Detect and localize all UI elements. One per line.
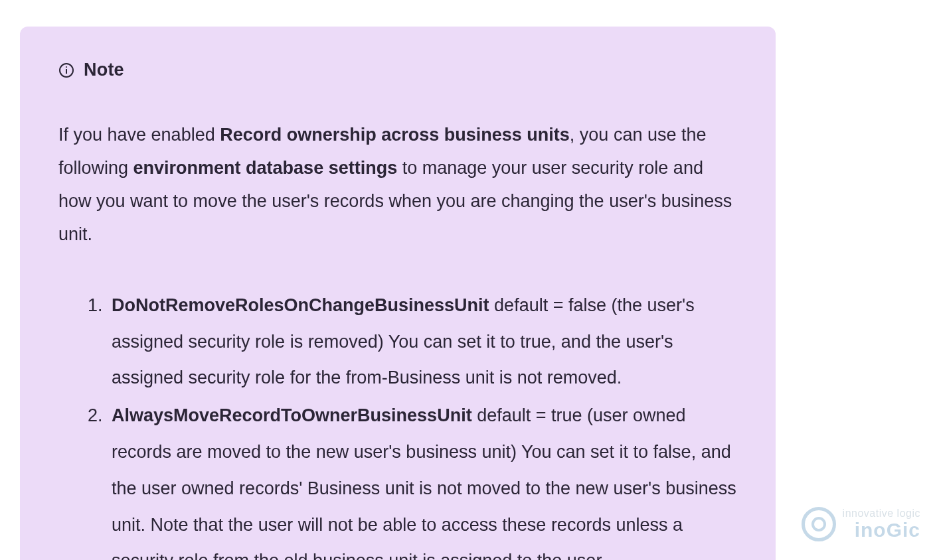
setting-description: default = true (user owned records are m… bbox=[112, 405, 736, 560]
note-title: Note bbox=[84, 60, 124, 80]
note-para-bold: environment database settings bbox=[133, 158, 398, 178]
watermark-tagline: innovative logic bbox=[843, 508, 920, 519]
setting-key: AlwaysMoveRecordToOwnerBusinessUnit bbox=[112, 405, 472, 425]
note-para-bold: Record ownership across business units bbox=[220, 125, 570, 145]
watermark-circle-icon bbox=[802, 507, 836, 541]
note-para-text: If you have enabled bbox=[58, 125, 220, 145]
list-item: DoNotRemoveRolesOnChangeBusinessUnit def… bbox=[88, 287, 737, 396]
list-item: AlwaysMoveRecordToOwnerBusinessUnit defa… bbox=[88, 397, 737, 560]
info-circle-icon bbox=[58, 62, 74, 78]
note-header: Note bbox=[58, 60, 737, 80]
note-callout: Note If you have enabled Record ownershi… bbox=[20, 27, 776, 560]
setting-key: DoNotRemoveRolesOnChangeBusinessUnit bbox=[112, 295, 489, 315]
note-intro-paragraph: If you have enabled Record ownership acr… bbox=[58, 119, 737, 251]
watermark-brand: inoGic bbox=[855, 520, 920, 540]
watermark-logo: innovative logic inoGic bbox=[802, 507, 920, 541]
watermark-text: innovative logic inoGic bbox=[843, 508, 920, 540]
svg-point-2 bbox=[66, 66, 67, 67]
note-settings-list: DoNotRemoveRolesOnChangeBusinessUnit def… bbox=[58, 287, 737, 560]
